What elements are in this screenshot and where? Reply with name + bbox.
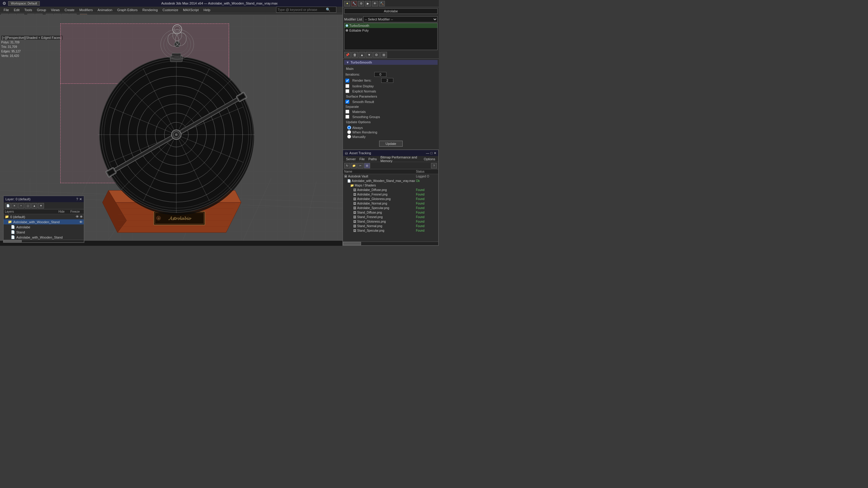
- create-tab-icon[interactable]: ✦: [344, 1, 350, 6]
- layers-scrollbar-thumb[interactable]: [4, 240, 22, 242]
- specular-name: Astrolabe_Specular.png: [357, 206, 416, 210]
- asset-menu-server[interactable]: Server: [344, 157, 358, 161]
- menu-edit[interactable]: Edit: [11, 7, 22, 12]
- explicit-normals-checkbox[interactable]: [345, 89, 349, 93]
- menu-file[interactable]: File: [1, 7, 11, 12]
- layers-scrollbar[interactable]: [4, 240, 84, 242]
- layers-new-btn[interactable]: 📄: [5, 203, 11, 208]
- menu-tools[interactable]: Tools: [22, 7, 35, 12]
- asset-refresh-btn[interactable]: ↻: [344, 163, 350, 168]
- asset-set-path-btn[interactable]: 📁: [351, 163, 357, 168]
- display-tab-icon[interactable]: 👁: [372, 1, 378, 6]
- layers-delete-btn[interactable]: ✕: [11, 203, 18, 208]
- modifier-dropdown[interactable]: -- Select Modifier --: [363, 16, 438, 22]
- menu-customize[interactable]: Customize: [160, 7, 181, 12]
- menu-modifiers[interactable]: Modifiers: [77, 7, 95, 12]
- when-rendering-label: When Rendering: [352, 130, 377, 134]
- object-name-input[interactable]: [344, 8, 438, 14]
- asset-help-btn[interactable]: ?: [431, 163, 437, 168]
- smooth-result-checkbox[interactable]: [345, 100, 349, 104]
- layer-item-stand[interactable]: 📄 Stand: [4, 230, 84, 235]
- smooth-result-row: Smooth Result: [344, 99, 438, 104]
- layers-close-btn[interactable]: ✕: [79, 197, 82, 201]
- delete-modifier-btn[interactable]: 🗑: [351, 52, 358, 58]
- menu-graph-editors[interactable]: Graph Editors: [115, 7, 140, 12]
- materials-checkbox[interactable]: [345, 110, 349, 113]
- layers-down-btn[interactable]: ▼: [38, 203, 44, 208]
- asset-row-maps[interactable]: 📁 Maps / Shaders: [343, 183, 438, 188]
- asset-table-btn[interactable]: ⊞: [364, 163, 370, 168]
- search-input[interactable]: [278, 8, 326, 11]
- menu-rendering[interactable]: Rendering: [140, 7, 160, 12]
- asset-row-vault[interactable]: 🏛 Autodesk Vault Logged O: [343, 174, 438, 178]
- layer-item-astrolabe-wooden[interactable]: 📄 Astrolabe_with_Wooden_Stand: [4, 235, 84, 240]
- menu-animation[interactable]: Animation: [95, 7, 115, 12]
- asset-row-stand-gloisness[interactable]: 🖼 Stand_Gloisness.png Found: [343, 219, 438, 224]
- menu-maxscript[interactable]: MAXScript: [181, 7, 201, 12]
- layer-item-astrolabe-stand[interactable]: 📁 Astrolabe_with_Wooden_Stand 👁: [4, 219, 84, 224]
- turbosmooth-header[interactable]: ▼ TurboSmooth: [344, 60, 438, 65]
- layers-select-btn[interactable]: ◻: [25, 203, 31, 208]
- asset-row-stand-normal[interactable]: 🖼 Stand_Normal.png Found: [343, 224, 438, 228]
- expand-btn[interactable]: ⊞: [380, 52, 387, 58]
- menu-views[interactable]: Views: [49, 7, 62, 12]
- diffuse-status: Found: [416, 188, 437, 192]
- diffuse-icon: 🖼: [344, 188, 356, 192]
- diffuse-name: Astrolabe_Diffuse.png: [357, 188, 416, 192]
- asset-menu-bitmap[interactable]: Bitmap Performance and Memory: [378, 155, 422, 163]
- modifier-turbosmooth[interactable]: TurboSmooth: [344, 23, 437, 28]
- asset-row-diffuse[interactable]: 🖼 Astrolabe_Diffuse.png Found: [343, 188, 438, 192]
- asset-menu-options[interactable]: Options: [422, 157, 437, 161]
- title-center: Autodesk 3ds Max 2014 x64 — Astrolabe_wi…: [161, 1, 278, 5]
- layers-up-btn[interactable]: ▲: [31, 203, 37, 208]
- layer-vis-icon[interactable]: 👁: [76, 215, 79, 219]
- layer-vis-icon-2[interactable]: 👁: [79, 220, 83, 224]
- pin-modifier-btn[interactable]: 📌: [344, 52, 351, 58]
- hierarchy-tab-icon[interactable]: ⚙: [358, 1, 364, 6]
- iterations-input[interactable]: [374, 72, 386, 77]
- asset-row-specular[interactable]: 🖼 Astrolabe_Specular.png Found: [343, 206, 438, 210]
- layers-add-btn[interactable]: +: [18, 203, 24, 208]
- always-radio[interactable]: [347, 126, 351, 130]
- asset-row-normal[interactable]: 🖼 Astrolabe_Normal.png Found: [343, 201, 438, 206]
- modify-tab-icon[interactable]: 🔧: [351, 1, 357, 6]
- modifier-editable-poly[interactable]: Editable Poly: [344, 28, 437, 33]
- asset-row-stand-fresnel[interactable]: 🖼 Stand_Fresnel.png Found: [343, 215, 438, 219]
- asset-scrollbar[interactable]: [343, 241, 438, 245]
- asset-scrollbar-thumb[interactable]: [343, 242, 361, 245]
- render-iters-checkbox[interactable]: [345, 78, 349, 83]
- layer-freeze-icon[interactable]: ❄: [80, 215, 83, 219]
- render-iters-input[interactable]: [381, 78, 393, 83]
- move-down-btn[interactable]: ▼: [366, 52, 373, 58]
- workspace-dropdown[interactable]: Workspace: Default: [8, 1, 40, 6]
- isoline-checkbox[interactable]: [345, 84, 349, 88]
- asset-row-stand-diffuse[interactable]: 🖼 Stand_Diffuse.png Found: [343, 210, 438, 215]
- smoothing-groups-checkbox[interactable]: [345, 115, 349, 119]
- update-button[interactable]: Update: [379, 141, 402, 147]
- asset-menu-file[interactable]: File: [358, 157, 367, 161]
- layer-item-astrolabe[interactable]: 📄 Astrolabe: [4, 224, 84, 230]
- utilities-tab-icon[interactable]: 🔨: [379, 1, 385, 6]
- asset-row-gloisness[interactable]: 🖼 Astrolabe_Gloisness.png Found: [343, 197, 438, 201]
- configure-btn[interactable]: ⚙: [373, 52, 380, 58]
- manually-radio[interactable]: [347, 135, 351, 138]
- search-bar[interactable]: 🔍: [276, 7, 336, 13]
- svg-line-7: [301, 181, 316, 245]
- asset-minimize-btn[interactable]: —: [426, 151, 429, 155]
- asset-row-stand-specular[interactable]: 🖼 Stand_Specular.png Found: [343, 228, 438, 233]
- asset-close-btn[interactable]: ✕: [434, 151, 436, 155]
- menu-create[interactable]: Create: [62, 7, 77, 12]
- layer-stand-name: Stand: [16, 230, 83, 234]
- asset-strip-btn[interactable]: ✂: [358, 163, 364, 168]
- when-rendering-radio[interactable]: [347, 130, 351, 134]
- layers-help-btn[interactable]: ?: [76, 197, 78, 201]
- asset-menu-paths[interactable]: Paths: [367, 157, 378, 161]
- menu-help[interactable]: Help: [201, 7, 213, 12]
- asset-row-max-file[interactable]: 📄 Astrolabe_with_Wooden_Stand_max_vray.m…: [343, 178, 438, 183]
- move-up-btn[interactable]: ▲: [359, 52, 365, 58]
- layer-item-default[interactable]: 📁 0 (default) 👁 ❄: [4, 214, 84, 219]
- menu-group[interactable]: Group: [34, 7, 49, 12]
- asset-row-fresnel[interactable]: 🖼 Astrolabe_Fresnel.png Found: [343, 192, 438, 197]
- motion-tab-icon[interactable]: ▶: [365, 1, 371, 6]
- asset-maximize-btn[interactable]: □: [430, 151, 433, 155]
